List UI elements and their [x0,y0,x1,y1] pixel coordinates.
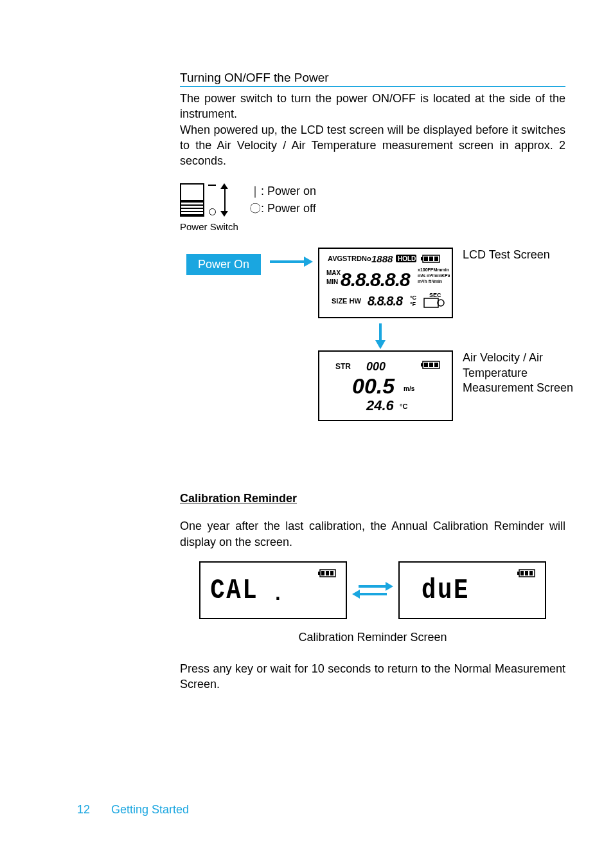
svg-rect-4 [429,257,433,261]
calibration-para: One year after the last calibration, the… [180,518,565,550]
svg-rect-9 [421,363,423,366]
svg-rect-15 [321,571,324,575]
calibration-diagram: CAL . duE [180,561,565,619]
measurement-screen: STR 000 00.5 m/s 24.6 °C [318,350,453,421]
page-footer: 12 Getting Started [77,803,189,817]
meas-str: STR [335,362,351,371]
svg-rect-11 [429,363,433,367]
cal-screen-left: CAL . [199,561,347,619]
lcd-top-digits: 1888 [371,253,393,264]
svg-rect-21 [525,571,528,575]
switch-off-mark-icon [209,208,216,215]
lcd-degf: °F [410,301,416,307]
measurement-label: Air Velocity / Air Temperature Measureme… [463,350,578,395]
svg-rect-6 [424,298,438,307]
cal-screen-right: duE [398,561,546,619]
svg-rect-10 [424,363,428,367]
meas-temp-unit: °C [400,402,407,410]
cal-dot: . [274,574,281,606]
svg-rect-12 [434,363,438,367]
calibration-heading: Calibration Reminder [180,492,565,505]
battery-icon [317,569,337,581]
meas-temp-value: 24.6 [366,397,395,413]
switch-body-icon [180,183,204,217]
intro-para-2: When powered up, the LCD test screen wil… [180,122,565,169]
battery-icon [517,569,536,581]
battery-icon [421,255,440,262]
lcd-min: MIN [326,278,338,285]
cal-right-text: duE [400,574,470,606]
svg-rect-20 [520,571,524,575]
lcd-unit-1: x100FPMmmin [418,267,449,272]
lcd-sec: SEC [429,292,441,298]
svg-rect-22 [529,571,533,575]
startup-flow-diagram: Power On AVGSTRDNo 1888 HOLD [180,248,565,453]
svg-rect-5 [434,257,438,261]
lcd-size-digits: 8.8.8.8 [368,294,404,308]
battery-icon [421,361,440,368]
arrow-down-icon [379,323,382,341]
page-number: 12 [77,803,90,816]
power-switch-diagram: ｜: Power on 〇: Power off [180,183,565,217]
lcd-degc: °C [410,294,417,301]
calibration-caption: Calibration Reminder Screen [180,631,565,644]
cal-left-text: CAL [200,574,258,606]
section-heading: Turning ON/OFF the Power [180,71,565,87]
meas-str-digits: 000 [366,360,386,373]
svg-rect-17 [330,571,333,575]
intro-para-1: The power switch to turn the power ON/OF… [180,91,565,122]
lcd-main-digits: 8.8.8.8.8 [341,269,411,290]
switch-caption: Power Switch [180,221,565,232]
section-name: Getting Started [111,803,189,816]
meas-main-value: 00.5 [352,374,395,398]
swap-arrows-icon [359,585,387,595]
lcd-unit-3: m³/h ft³/min [418,279,442,284]
svg-rect-14 [318,572,320,575]
lcd-hold: HOLD [398,255,416,262]
lcd-size: SIZE HW [332,297,361,305]
updown-arrow-icon [220,183,230,217]
arrow-right-icon [270,260,305,263]
svg-rect-19 [517,572,519,575]
lcd-test-label: LCD Test Screen [463,248,550,262]
legend-power-on: ｜: Power on [249,183,316,200]
meas-main-unit: m/s [404,385,415,392]
lcd-max: MAX [326,269,341,276]
calibration-after-para: Press any key or wait for 10 seconds to … [180,661,565,692]
lcd-unit-2: m/s m²/minKPa [418,273,450,278]
lcd-test-screen: AVGSTRDNo 1888 HOLD MAX MIN 8.8.8.8.8 [318,248,453,318]
power-on-label: Power On [186,254,261,275]
svg-rect-16 [326,571,329,575]
switch-on-mark-icon [208,185,216,186]
svg-rect-2 [421,257,423,260]
svg-rect-3 [424,257,428,261]
legend-power-off: 〇: Power off [249,200,316,217]
lcd-top-text: AVGSTRDNo [328,255,371,262]
